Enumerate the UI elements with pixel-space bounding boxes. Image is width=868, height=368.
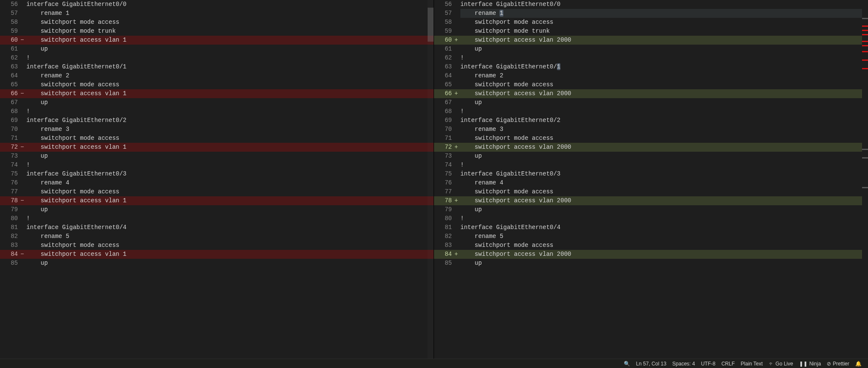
code-line[interactable]: 84− switchport access vlan 1 xyxy=(0,250,434,259)
code-line[interactable]: 64 rename 2 xyxy=(0,71,434,80)
code-line[interactable]: 85 up xyxy=(0,259,434,268)
code-line[interactable]: 61 up xyxy=(434,45,868,54)
code-line[interactable]: 78− switchport access vlan 1 xyxy=(0,196,434,205)
code-line[interactable]: 61 up xyxy=(0,45,434,54)
code-line[interactable]: 60+ switchport access vlan 2000 xyxy=(434,36,868,45)
code-line[interactable]: 75 interface GigabitEthernet0/3 xyxy=(434,170,868,178)
overview-mark[interactable] xyxy=(862,41,868,42)
overview-mark[interactable] xyxy=(862,34,868,35)
code-line[interactable]: 59 switchport mode trunk xyxy=(0,27,434,36)
scrollbar-thumb[interactable] xyxy=(428,8,434,42)
code-line[interactable]: 63 interface GigabitEthernet0/1 xyxy=(0,62,434,71)
prettier-button[interactable]: ⊘ Prettier xyxy=(824,359,852,368)
line-number: 69 xyxy=(434,116,454,125)
ninja-button[interactable]: ❚❚ Ninja xyxy=(796,359,824,368)
code-line[interactable]: 68 ! xyxy=(434,107,868,116)
overview-mark[interactable] xyxy=(862,45,868,46)
diff-right-pane[interactable]: 56 interface GigabitEthernet0/057 rename… xyxy=(434,0,868,359)
zoom-button[interactable]: 🔍 xyxy=(621,359,633,368)
code-line[interactable]: 69 interface GigabitEthernet0/2 xyxy=(434,116,868,125)
code-line[interactable]: 68 ! xyxy=(0,107,434,116)
code-line[interactable]: 69 interface GigabitEthernet0/2 xyxy=(0,116,434,125)
code-line[interactable]: 67 up xyxy=(434,98,868,107)
code-line[interactable]: 74 ! xyxy=(434,161,868,170)
eol-setting[interactable]: CRLF xyxy=(718,359,737,368)
line-content: interface GigabitEthernet0/4 xyxy=(26,223,434,232)
code-line[interactable]: 64 rename 2 xyxy=(434,71,868,80)
code-line[interactable]: 74 ! xyxy=(0,161,434,170)
code-line[interactable]: 76 rename 4 xyxy=(434,178,868,187)
encoding-setting[interactable]: UTF-8 xyxy=(698,359,718,368)
code-line[interactable]: 65 switchport mode access xyxy=(0,80,434,89)
line-content: up xyxy=(460,152,868,161)
code-line[interactable]: 81 interface GigabitEthernet0/4 xyxy=(0,223,434,232)
diff-marker xyxy=(454,80,460,89)
left-code[interactable]: 56 interface GigabitEthernet0/057 rename… xyxy=(0,0,434,359)
code-line[interactable]: 77 switchport mode access xyxy=(0,187,434,196)
indent-setting[interactable]: Spaces: 4 xyxy=(669,359,698,368)
code-line[interactable]: 85 up xyxy=(434,259,868,268)
code-line[interactable]: 58 switchport mode access xyxy=(0,18,434,27)
overview-mark[interactable] xyxy=(862,30,868,31)
line-number: 73 xyxy=(434,152,454,161)
code-line[interactable]: 82 rename 5 xyxy=(434,232,868,241)
code-line[interactable]: 62 ! xyxy=(434,54,868,62)
code-line[interactable]: 81 interface GigabitEthernet0/4 xyxy=(434,223,868,232)
code-line[interactable]: 60− switchport access vlan 1 xyxy=(0,36,434,45)
right-code[interactable]: 56 interface GigabitEthernet0/057 rename… xyxy=(434,0,868,359)
code-line[interactable]: 62 ! xyxy=(0,54,434,62)
overview-mark[interactable] xyxy=(862,18,868,19)
code-line[interactable]: 84+ switchport access vlan 2000 xyxy=(434,250,868,259)
code-line[interactable]: 59 switchport mode trunk xyxy=(434,27,868,36)
code-line[interactable]: 66+ switchport access vlan 2000 xyxy=(434,89,868,98)
code-line[interactable]: 76 rename 4 xyxy=(0,178,434,187)
overview-mark[interactable] xyxy=(862,157,868,159)
diff-marker xyxy=(20,71,26,80)
code-line[interactable]: 82 rename 5 xyxy=(0,232,434,241)
overview-mark[interactable] xyxy=(862,187,868,188)
code-line[interactable]: 56 interface GigabitEthernet0/0 xyxy=(0,0,434,9)
cancel-icon: ⊘ xyxy=(827,359,831,368)
code-line[interactable]: 77 switchport mode access xyxy=(434,187,868,196)
code-line[interactable]: 57 rename 1 xyxy=(0,9,434,18)
line-number: 57 xyxy=(434,9,454,18)
code-line[interactable]: 71 switchport mode access xyxy=(434,134,868,143)
code-line[interactable]: 73 up xyxy=(0,152,434,161)
code-line[interactable]: 80 ! xyxy=(434,214,868,223)
overview-mark[interactable] xyxy=(862,25,868,27)
code-line[interactable]: 72+ switchport access vlan 2000 xyxy=(434,143,868,152)
overview-mark[interactable] xyxy=(862,59,868,61)
code-line[interactable]: 75 interface GigabitEthernet0/3 xyxy=(0,170,434,178)
code-line[interactable]: 72− switchport access vlan 1 xyxy=(0,143,434,152)
code-line[interactable]: 80 ! xyxy=(0,214,434,223)
cursor-position[interactable]: Ln 57, Col 13 xyxy=(633,359,669,368)
line-number: 60 xyxy=(434,36,454,45)
notifications-button[interactable]: 🔔 xyxy=(852,359,865,368)
overview-ruler[interactable] xyxy=(862,0,868,359)
code-line[interactable]: 70 rename 3 xyxy=(0,125,434,134)
overview-mark[interactable] xyxy=(862,68,868,69)
code-line[interactable]: 83 switchport mode access xyxy=(0,241,434,250)
code-line[interactable]: 73 up xyxy=(434,152,868,161)
code-line[interactable]: 56 interface GigabitEthernet0/0 xyxy=(434,0,868,9)
overview-mark[interactable] xyxy=(862,149,868,150)
line-content: switchport mode access xyxy=(26,187,434,196)
code-line[interactable]: 58 switchport mode access xyxy=(434,18,868,27)
code-line[interactable]: 63 interface GigabitEthernet0/1 xyxy=(434,62,868,71)
code-line[interactable]: 79 up xyxy=(0,205,434,214)
code-line[interactable]: 65 switchport mode access xyxy=(434,80,868,89)
overview-mark[interactable] xyxy=(862,51,868,52)
code-line[interactable]: 71 switchport mode access xyxy=(0,134,434,143)
code-line[interactable]: 79 up xyxy=(434,205,868,214)
left-scrollbar[interactable] xyxy=(428,0,434,359)
code-line[interactable]: 66− switchport access vlan 1 xyxy=(0,89,434,98)
language-mode[interactable]: Plain Text xyxy=(738,359,766,368)
code-line[interactable]: 67 up xyxy=(0,98,434,107)
code-line[interactable]: 78+ switchport access vlan 2000 xyxy=(434,196,868,205)
diff-left-pane[interactable]: 56 interface GigabitEthernet0/057 rename… xyxy=(0,0,434,359)
code-line[interactable]: 70 rename 3 xyxy=(434,125,868,134)
line-content: switchport mode access xyxy=(460,134,868,143)
code-line[interactable]: 83 switchport mode access xyxy=(434,241,868,250)
go-live-button[interactable]: ᯤ Go Live xyxy=(766,359,796,368)
code-line[interactable]: 57 rename 1 xyxy=(434,9,868,18)
